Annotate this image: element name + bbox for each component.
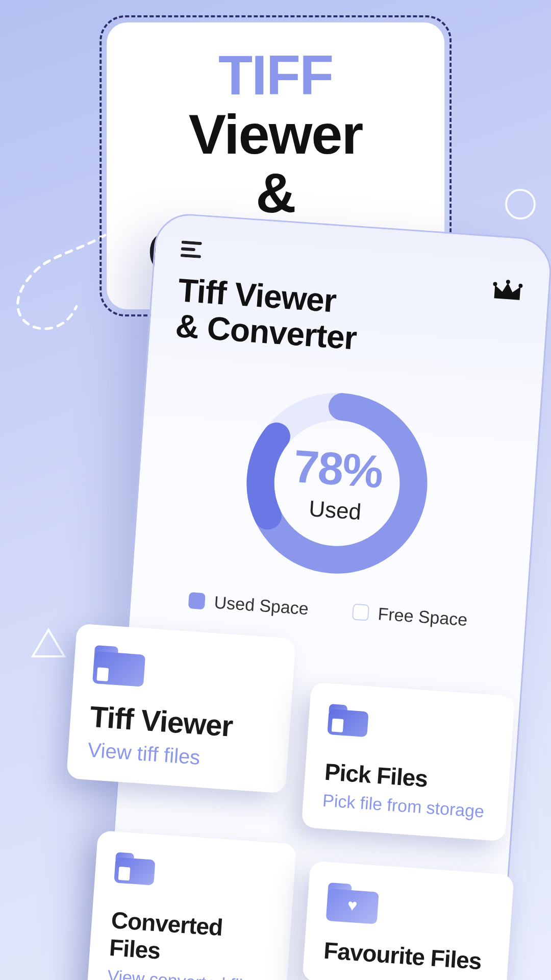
banner-accent: TIFF: [218, 43, 333, 106]
svg-marker-0: [33, 630, 64, 656]
card-title: Tiff Viewer: [89, 699, 271, 746]
storage-gauge: 78% Used: [239, 385, 435, 581]
gauge-percent: 78%: [292, 440, 384, 499]
folder-icon: [92, 645, 146, 687]
legend-free: Free Space: [352, 602, 468, 630]
banner-rest1: Viewer: [189, 103, 363, 165]
card-title: Converted Files: [108, 906, 272, 972]
card-converted-files[interactable]: Converted Files View converted files: [86, 830, 297, 980]
card-tiff-viewer[interactable]: Tiff Viewer View tiff files: [66, 623, 296, 793]
app-title: Tiff Viewer & Converter: [174, 272, 522, 368]
card-title: Favourite Files: [323, 937, 490, 975]
free-swatch-icon: [352, 604, 369, 621]
legend-free-label: Free Space: [378, 604, 468, 630]
svg-point-5: [506, 280, 511, 284]
svg-rect-1: [182, 240, 202, 245]
gauge-label: Used: [308, 496, 362, 525]
used-swatch-icon: [188, 592, 206, 609]
crown-icon[interactable]: [491, 278, 523, 305]
decoration-circle: [505, 189, 536, 219]
folder-heart-icon: ♥: [326, 883, 380, 924]
card-title: Pick Files: [323, 758, 490, 797]
svg-rect-3: [181, 254, 201, 258]
menu-icon[interactable]: [181, 240, 204, 258]
folder-icon: [114, 852, 156, 885]
card-pick-files[interactable]: Pick Files Pick file from storage: [302, 682, 515, 841]
svg-rect-2: [181, 247, 195, 251]
svg-point-4: [493, 282, 497, 286]
legend-used-label: Used Space: [214, 592, 310, 619]
storage-legend: Used Space Free Space: [156, 588, 500, 632]
legend-used: Used Space: [188, 591, 309, 619]
card-favourite-files[interactable]: ♥ Favourite Files: [302, 861, 514, 980]
svg-point-6: [518, 284, 523, 288]
folder-icon: [327, 704, 369, 737]
